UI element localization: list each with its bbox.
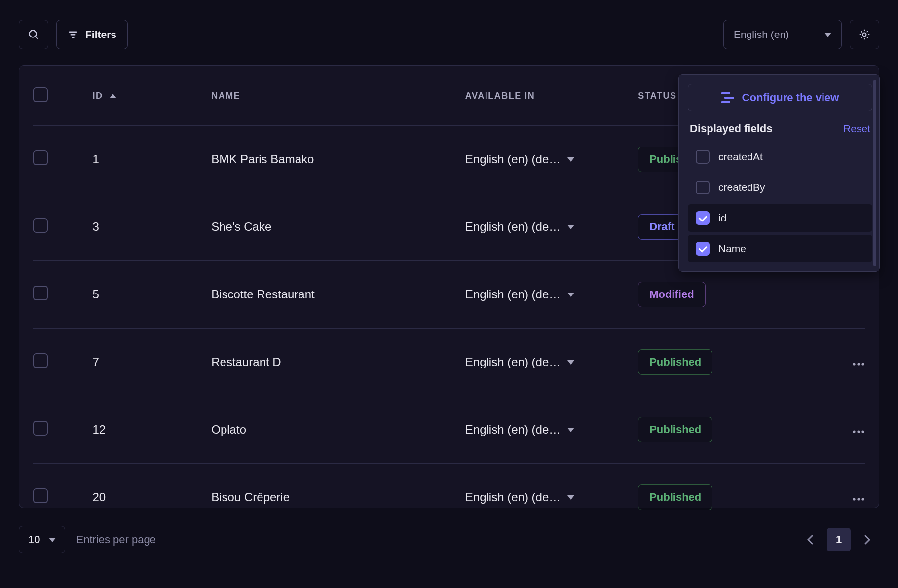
- row-checkbox[interactable]: [33, 353, 48, 368]
- svg-point-14: [861, 498, 864, 500]
- field-label: createdBy: [718, 182, 765, 193]
- view-settings-popover: Configure the view Displayed fields Rese…: [678, 74, 880, 272]
- chevron-down-icon: [567, 360, 574, 365]
- svg-point-12: [853, 498, 855, 500]
- svg-rect-3: [71, 34, 76, 35]
- locale-select[interactable]: English (en) (de…: [465, 152, 574, 166]
- svg-point-11: [861, 430, 864, 433]
- search-icon: [28, 29, 39, 40]
- chevron-down-icon: [567, 428, 574, 432]
- cell-id: 3: [92, 193, 211, 261]
- svg-rect-16: [724, 97, 734, 99]
- locale-label: English (en) (de…: [465, 355, 561, 369]
- row-checkbox[interactable]: [33, 150, 48, 165]
- field-label: id: [718, 212, 726, 224]
- field-checkbox[interactable]: [696, 150, 710, 164]
- page-1-button[interactable]: 1: [827, 528, 851, 551]
- status-badge: Published: [638, 417, 712, 442]
- locale-label: English (en) (de…: [465, 490, 561, 504]
- header-available-label: AVAILABLE IN: [465, 91, 535, 101]
- page-size-value: 10: [28, 533, 40, 546]
- filters-label: Filters: [85, 29, 116, 40]
- chevron-down-icon: [49, 538, 56, 542]
- svg-point-5: [863, 33, 866, 37]
- row-checkbox[interactable]: [33, 218, 48, 233]
- field-option[interactable]: createdBy: [688, 174, 872, 201]
- chevron-down-icon: [824, 33, 831, 37]
- locale-select[interactable]: English (en) (de…: [465, 423, 574, 437]
- table-row[interactable]: 20Bisou CrêperieEnglish (en) (de…Publish…: [33, 464, 865, 531]
- table-row[interactable]: 12OplatoEnglish (en) (de…Published: [33, 396, 865, 464]
- cell-name: BMK Paris Bamako: [211, 126, 465, 193]
- row-checkbox[interactable]: [33, 421, 48, 436]
- svg-rect-17: [721, 101, 730, 103]
- svg-rect-2: [69, 32, 77, 33]
- field-option[interactable]: id: [688, 204, 872, 232]
- chevron-down-icon: [567, 495, 574, 500]
- cell-name: Oplato: [211, 396, 465, 464]
- pagination: 1: [798, 528, 879, 551]
- select-all-checkbox[interactable]: [33, 87, 48, 102]
- chevron-left-icon: [806, 534, 814, 545]
- language-select[interactable]: English (en): [723, 20, 842, 49]
- row-actions-button[interactable]: [852, 362, 865, 366]
- configure-view-button[interactable]: Configure the view: [688, 84, 872, 111]
- svg-point-8: [861, 363, 864, 365]
- header-name[interactable]: NAME: [211, 66, 465, 126]
- filter-icon: [68, 29, 78, 40]
- cell-name: Biscotte Restaurant: [211, 261, 465, 329]
- row-checkbox[interactable]: [33, 286, 48, 300]
- row-checkbox[interactable]: [33, 488, 48, 503]
- locale-select[interactable]: English (en) (de…: [465, 220, 574, 234]
- field-option[interactable]: createdAt: [688, 143, 872, 171]
- locale-label: English (en) (de…: [465, 288, 561, 301]
- field-checkbox[interactable]: [696, 181, 710, 194]
- field-label: Name: [718, 243, 746, 255]
- locale-select[interactable]: English (en) (de…: [465, 355, 574, 369]
- toolbar-right: English (en): [723, 20, 879, 49]
- field-checkbox[interactable]: [696, 211, 710, 225]
- field-list: createdAtcreatedByidName: [688, 143, 872, 262]
- language-label: English (en): [734, 29, 789, 40]
- prev-page-button[interactable]: [798, 528, 822, 551]
- status-badge: Modified: [638, 282, 705, 307]
- field-checkbox[interactable]: [696, 242, 710, 256]
- search-button[interactable]: [19, 20, 48, 49]
- header-status-label: STATUS: [638, 91, 676, 101]
- row-actions-button[interactable]: [852, 497, 865, 501]
- cell-name: Bisou Crêperie: [211, 464, 465, 531]
- entries-per-page-label: Entries per page: [76, 533, 155, 546]
- sort-asc-icon: [110, 94, 116, 98]
- svg-line-1: [36, 37, 38, 39]
- svg-point-7: [857, 363, 860, 365]
- status-badge: Published: [638, 484, 712, 510]
- cell-id: 12: [92, 396, 211, 464]
- current-page-label: 1: [836, 533, 842, 546]
- displayed-fields-title: Displayed fields: [690, 122, 773, 135]
- status-badge: Published: [638, 349, 712, 375]
- locale-select[interactable]: English (en) (de…: [465, 490, 574, 504]
- header-id-label: ID: [92, 91, 103, 101]
- table-row[interactable]: 7Restaurant DEnglish (en) (de…Published: [33, 329, 865, 396]
- header-available-in[interactable]: AVAILABLE IN: [465, 66, 638, 126]
- gear-icon: [858, 28, 871, 41]
- row-actions-button[interactable]: [852, 430, 865, 434]
- locale-label: English (en) (de…: [465, 220, 561, 234]
- reset-button[interactable]: Reset: [843, 123, 870, 135]
- header-name-label: NAME: [211, 91, 240, 101]
- next-page-button[interactable]: [856, 528, 879, 551]
- popover-scrollbar[interactable]: [873, 80, 876, 266]
- locale-select[interactable]: English (en) (de…: [465, 288, 574, 301]
- filters-button[interactable]: Filters: [56, 20, 128, 49]
- settings-button[interactable]: [850, 20, 879, 49]
- field-label: createdAt: [718, 151, 763, 163]
- svg-rect-4: [72, 37, 75, 38]
- sort-id: ID: [92, 91, 116, 101]
- header-id[interactable]: ID: [92, 66, 211, 126]
- field-option[interactable]: Name: [688, 235, 872, 262]
- svg-point-13: [857, 498, 860, 500]
- svg-point-6: [853, 363, 855, 365]
- header-select-all: [33, 66, 92, 126]
- cell-id: 5: [92, 261, 211, 329]
- more-icon: [852, 430, 865, 434]
